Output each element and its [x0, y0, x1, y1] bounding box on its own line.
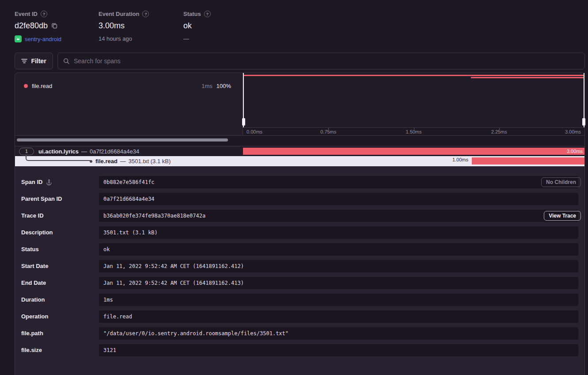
- detail-label: Start Date: [21, 260, 48, 272]
- anchor-icon[interactable]: [46, 179, 52, 185]
- detail-value: 3121: [99, 344, 578, 356]
- tick-label: 0.75ms: [320, 129, 336, 134]
- operation-duration: 1ms: [201, 83, 212, 89]
- view-trace-button[interactable]: View Trace: [544, 211, 581, 221]
- detail-label: Trace ID: [21, 210, 44, 222]
- span-detail-panel: Span ID 0b882e7e586f41fc No Children Par…: [15, 166, 584, 375]
- detail-label: file.path: [21, 327, 43, 340]
- detail-row: file.path "/data/user/0/io.sentry.androi…: [15, 327, 584, 340]
- detail-row: Parent Span ID 0a7f21d6684a4e34: [15, 193, 584, 205]
- detail-label: Description: [21, 226, 53, 239]
- operation-legend-row[interactable]: file.read 1ms 100%: [24, 83, 231, 89]
- detail-row: file.size 3121: [15, 344, 584, 356]
- tick-label: 1.50ms: [406, 129, 421, 134]
- copy-icon[interactable]: [51, 23, 58, 29]
- detail-row: End Date Jan 11, 2022 9:52:42 AM CET (16…: [15, 277, 584, 289]
- status-label: Status: [183, 11, 201, 17]
- minimap-left-grip[interactable]: [242, 118, 245, 126]
- detail-value: 3501.txt (3.1 kB): [99, 226, 578, 239]
- detail-label: Parent Span ID: [21, 193, 62, 205]
- status-value: ok: [183, 21, 192, 31]
- tree-connector-line: [26, 155, 90, 161]
- detail-value: Jan 11, 2022 9:52:42 AM CET (1641891162.…: [99, 277, 578, 289]
- tree-scrollbar-track[interactable]: [15, 135, 584, 146]
- help-icon[interactable]: ?: [142, 11, 149, 17]
- minimap-left-handle[interactable]: [243, 73, 244, 127]
- status-sub: —: [183, 35, 189, 42]
- span-description: 0a7f21d6684a4e34: [90, 148, 139, 155]
- page: Event ID ? d2fe80db sentry-android: [0, 0, 588, 375]
- filter-button[interactable]: Filter: [15, 53, 53, 69]
- separator: —: [81, 148, 87, 155]
- detail-value: ok: [99, 243, 578, 256]
- separator: —: [120, 158, 126, 165]
- minimap-right-grip[interactable]: [582, 118, 585, 126]
- detail-row: Status ok: [15, 243, 584, 256]
- detail-label: End Date: [21, 277, 46, 289]
- span-row-selected[interactable]: file.read—3501.txt (3.1 kB) 1.00ms: [15, 156, 584, 166]
- detail-value: b36ab020fe374fe98a370ae818e0742a: [99, 210, 578, 222]
- detail-value: file.read: [99, 310, 578, 323]
- event-id-block: Event ID ? d2fe80db sentry-android: [15, 11, 61, 42]
- event-duration-value: 3.00ms: [99, 21, 125, 31]
- detail-value: Jan 11, 2022 9:52:42 AM CET (1641891162.…: [99, 260, 578, 272]
- event-id-label: Event ID: [15, 11, 38, 17]
- detail-row: Span ID 0b882e7e586f41fc No Children: [15, 176, 584, 188]
- detail-row: Operation file.read: [15, 310, 584, 323]
- android-icon: [15, 35, 22, 42]
- tick-label: 2.25ms: [491, 129, 507, 134]
- span-search-bar: [57, 53, 585, 69]
- tree-scrollbar-thumb[interactable]: [17, 138, 228, 142]
- detail-label: Span ID: [21, 176, 42, 188]
- tick-label: 0.00ms: [247, 129, 262, 134]
- span-duration-bar[interactable]: 3.00ms: [243, 148, 584, 155]
- event-duration-ago: 14 hours ago: [99, 35, 132, 42]
- detail-value: 1ms: [99, 294, 578, 306]
- span-operation: ui.action.lyrics: [38, 148, 79, 155]
- help-icon[interactable]: ?: [204, 11, 211, 17]
- detail-row: Duration 1ms: [15, 294, 584, 306]
- search-input[interactable]: [74, 57, 579, 65]
- span-description: 3501.txt (3.1 kB): [129, 158, 171, 165]
- minimap-span-bar-parent: [243, 75, 584, 76]
- event-id-label-row: Event ID ?: [15, 11, 61, 17]
- detail-value: 0a7f21d6684a4e34: [99, 193, 578, 205]
- operation-name: file.read: [32, 83, 52, 89]
- status-block: Status ? ok —: [183, 11, 211, 42]
- search-icon: [63, 58, 70, 65]
- detail-row: Description 3501.txt (3.1 kB): [15, 226, 584, 239]
- operations-breakdown-panel: file.read 1ms 100%: [15, 73, 243, 135]
- detail-label: file.size: [21, 344, 42, 356]
- detail-row: Start Date Jan 11, 2022 9:52:42 AM CET (…: [15, 260, 584, 272]
- trace-minimap[interactable]: [243, 73, 584, 127]
- project-link[interactable]: sentry-android: [25, 36, 61, 42]
- tick-label: 3.00ms: [565, 129, 581, 134]
- detail-value: 0b882e7e586f41fc: [99, 176, 578, 188]
- minimap-span-bar-child: [471, 77, 584, 78]
- detail-value: "/data/user/0/io.sentry.android.roomsamp…: [99, 327, 578, 340]
- no-children-button[interactable]: No Children: [541, 177, 581, 187]
- event-id-value: d2fe80db: [15, 21, 48, 31]
- event-duration-label: Event Duration: [99, 11, 139, 17]
- help-icon[interactable]: ?: [41, 11, 47, 17]
- operation-color-dot: [24, 84, 28, 88]
- detail-label: Status: [21, 243, 39, 256]
- span-operation: file.read: [95, 158, 118, 165]
- span-row-parent[interactable]: 1 ui.action.lyrics—0a7f21d6684a4e34 3.00…: [15, 146, 584, 156]
- trace-view: file.read 1ms 100% 0.00ms 0.75ms 1.50ms …: [15, 73, 585, 375]
- filter-button-label: Filter: [31, 57, 46, 65]
- event-duration-block: Event Duration ? 3.00ms 14 hours ago: [99, 11, 149, 42]
- filter-icon: [21, 58, 27, 64]
- span-duration-bar[interactable]: [472, 157, 584, 165]
- tree-connector-dot: [90, 160, 92, 163]
- time-axis: 0.00ms 0.75ms 1.50ms 2.25ms 3.00ms: [243, 127, 584, 135]
- span-duration-label: 3.00ms: [567, 148, 583, 155]
- detail-label: Duration: [21, 294, 45, 306]
- operation-percent: 100%: [216, 83, 231, 89]
- minimap-right-handle[interactable]: [584, 73, 584, 127]
- children-count-badge[interactable]: 1: [19, 148, 34, 155]
- detail-row: Trace ID b36ab020fe374fe98a370ae818e0742…: [15, 210, 584, 222]
- span-duration-label: 1.00ms: [452, 156, 468, 164]
- detail-label: Operation: [21, 310, 48, 323]
